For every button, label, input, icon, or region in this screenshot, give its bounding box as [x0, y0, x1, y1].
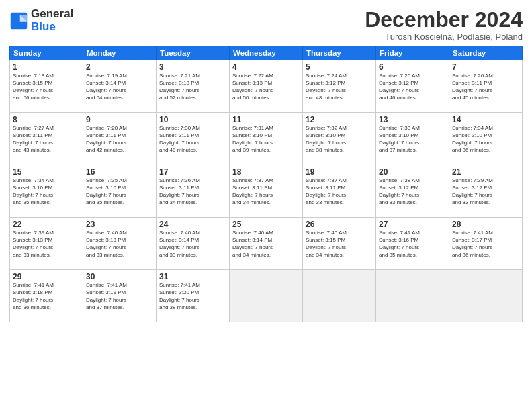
col-sunday: Sunday	[10, 46, 83, 60]
table-cell: 16Sunrise: 7:35 AM Sunset: 3:10 PM Dayli…	[83, 165, 157, 218]
day-number: 4	[232, 62, 300, 72]
col-saturday: Saturday	[449, 46, 523, 60]
day-info: Sunrise: 7:25 AM Sunset: 3:12 PM Dayligh…	[379, 73, 446, 101]
day-info: Sunrise: 7:40 AM Sunset: 3:13 PM Dayligh…	[86, 230, 153, 259]
table-cell	[376, 270, 449, 322]
day-number: 8	[13, 115, 80, 124]
day-info: Sunrise: 7:41 AM Sunset: 3:18 PM Dayligh…	[13, 282, 80, 311]
day-number: 20	[379, 167, 446, 177]
day-info: Sunrise: 7:32 AM Sunset: 3:10 PM Dayligh…	[306, 125, 373, 154]
table-cell: 1Sunrise: 7:18 AM Sunset: 3:15 PM Daylig…	[10, 60, 83, 113]
day-info: Sunrise: 7:21 AM Sunset: 3:13 PM Dayligh…	[159, 73, 226, 101]
week-row-0: 1Sunrise: 7:18 AM Sunset: 3:15 PM Daylig…	[10, 60, 523, 113]
day-number: 31	[159, 272, 226, 281]
day-info: Sunrise: 7:19 AM Sunset: 3:14 PM Dayligh…	[86, 73, 153, 101]
day-info: Sunrise: 7:38 AM Sunset: 3:12 PM Dayligh…	[379, 177, 446, 206]
table-cell: 23Sunrise: 7:40 AM Sunset: 3:13 PM Dayli…	[83, 218, 157, 270]
day-info: Sunrise: 7:18 AM Sunset: 3:15 PM Dayligh…	[13, 73, 80, 101]
title-block: December 2024 Turosn Koscielna, Podlasie…	[365, 8, 523, 42]
day-number: 26	[306, 220, 373, 229]
week-row-2: 15Sunrise: 7:34 AM Sunset: 3:10 PM Dayli…	[10, 165, 523, 218]
week-row-3: 22Sunrise: 7:39 AM Sunset: 3:13 PM Dayli…	[10, 218, 523, 270]
week-row-4: 29Sunrise: 7:41 AM Sunset: 3:18 PM Dayli…	[10, 270, 523, 322]
table-cell: 9Sunrise: 7:28 AM Sunset: 3:11 PM Daylig…	[83, 113, 157, 165]
header-row: Sunday Monday Tuesday Wednesday Thursday…	[10, 46, 523, 60]
col-friday: Friday	[376, 46, 449, 60]
table-cell: 28Sunrise: 7:41 AM Sunset: 3:17 PM Dayli…	[449, 218, 523, 270]
calendar-table: Sunday Monday Tuesday Wednesday Thursday…	[9, 46, 523, 322]
day-info: Sunrise: 7:41 AM Sunset: 3:19 PM Dayligh…	[86, 282, 153, 311]
col-wednesday: Wednesday	[230, 46, 303, 60]
table-cell: 22Sunrise: 7:39 AM Sunset: 3:13 PM Dayli…	[10, 218, 83, 270]
table-cell: 7Sunrise: 7:26 AM Sunset: 3:11 PM Daylig…	[449, 60, 523, 113]
day-info: Sunrise: 7:31 AM Sunset: 3:10 PM Dayligh…	[232, 125, 300, 154]
table-cell: 10Sunrise: 7:30 AM Sunset: 3:11 PM Dayli…	[157, 113, 230, 165]
day-info: Sunrise: 7:27 AM Sunset: 3:11 PM Dayligh…	[13, 125, 80, 154]
table-cell: 31Sunrise: 7:41 AM Sunset: 3:20 PM Dayli…	[157, 270, 230, 322]
table-cell: 11Sunrise: 7:31 AM Sunset: 3:10 PM Dayli…	[230, 113, 303, 165]
table-cell: 20Sunrise: 7:38 AM Sunset: 3:12 PM Dayli…	[376, 165, 449, 218]
day-info: Sunrise: 7:34 AM Sunset: 3:10 PM Dayligh…	[13, 177, 80, 206]
logo-text: General Blue	[31, 8, 73, 33]
day-info: Sunrise: 7:40 AM Sunset: 3:15 PM Dayligh…	[306, 230, 373, 259]
calendar-page: General Blue December 2024 Turosn Koscie…	[0, 0, 532, 411]
day-number: 16	[86, 167, 153, 177]
calendar-title: December 2024	[365, 8, 523, 32]
day-number: 23	[86, 220, 153, 229]
day-number: 12	[306, 115, 373, 124]
table-cell: 24Sunrise: 7:40 AM Sunset: 3:14 PM Dayli…	[157, 218, 230, 270]
col-tuesday: Tuesday	[157, 46, 230, 60]
day-number: 2	[86, 62, 153, 72]
day-number: 13	[379, 115, 446, 124]
day-info: Sunrise: 7:40 AM Sunset: 3:14 PM Dayligh…	[159, 230, 226, 259]
day-info: Sunrise: 7:28 AM Sunset: 3:11 PM Dayligh…	[86, 125, 153, 154]
table-cell: 17Sunrise: 7:36 AM Sunset: 3:11 PM Dayli…	[157, 165, 230, 218]
table-cell: 15Sunrise: 7:34 AM Sunset: 3:10 PM Dayli…	[10, 165, 83, 218]
day-number: 5	[306, 62, 373, 72]
day-info: Sunrise: 7:30 AM Sunset: 3:11 PM Dayligh…	[159, 125, 226, 154]
table-cell: 29Sunrise: 7:41 AM Sunset: 3:18 PM Dayli…	[10, 270, 83, 322]
table-cell: 8Sunrise: 7:27 AM Sunset: 3:11 PM Daylig…	[10, 113, 83, 165]
day-number: 27	[379, 220, 446, 229]
day-number: 25	[232, 220, 300, 229]
logo-icon	[9, 11, 28, 30]
day-info: Sunrise: 7:24 AM Sunset: 3:12 PM Dayligh…	[306, 73, 373, 101]
day-number: 1	[13, 62, 80, 72]
table-cell	[303, 270, 376, 322]
day-number: 3	[159, 62, 226, 72]
table-cell: 25Sunrise: 7:40 AM Sunset: 3:14 PM Dayli…	[230, 218, 303, 270]
table-cell: 3Sunrise: 7:21 AM Sunset: 3:13 PM Daylig…	[157, 60, 230, 113]
day-info: Sunrise: 7:41 AM Sunset: 3:20 PM Dayligh…	[159, 282, 226, 311]
day-info: Sunrise: 7:35 AM Sunset: 3:10 PM Dayligh…	[86, 177, 153, 206]
day-info: Sunrise: 7:33 AM Sunset: 3:10 PM Dayligh…	[379, 125, 446, 154]
day-info: Sunrise: 7:41 AM Sunset: 3:16 PM Dayligh…	[379, 230, 446, 259]
day-info: Sunrise: 7:40 AM Sunset: 3:14 PM Dayligh…	[232, 230, 300, 259]
table-cell: 4Sunrise: 7:22 AM Sunset: 3:13 PM Daylig…	[230, 60, 303, 113]
day-number: 24	[159, 220, 226, 229]
day-info: Sunrise: 7:36 AM Sunset: 3:11 PM Dayligh…	[159, 177, 226, 206]
day-info: Sunrise: 7:41 AM Sunset: 3:17 PM Dayligh…	[452, 230, 519, 259]
table-cell: 26Sunrise: 7:40 AM Sunset: 3:15 PM Dayli…	[303, 218, 376, 270]
day-number: 6	[379, 62, 446, 72]
day-number: 22	[13, 220, 80, 229]
day-number: 10	[159, 115, 226, 124]
calendar-subtitle: Turosn Koscielna, Podlasie, Poland	[365, 32, 523, 42]
day-number: 14	[452, 115, 519, 124]
table-cell: 13Sunrise: 7:33 AM Sunset: 3:10 PM Dayli…	[376, 113, 449, 165]
table-cell	[449, 270, 523, 322]
day-info: Sunrise: 7:39 AM Sunset: 3:12 PM Dayligh…	[452, 177, 519, 206]
day-number: 7	[452, 62, 519, 72]
day-number: 18	[232, 167, 300, 177]
table-cell: 6Sunrise: 7:25 AM Sunset: 3:12 PM Daylig…	[376, 60, 449, 113]
day-number: 15	[13, 167, 80, 177]
table-cell: 27Sunrise: 7:41 AM Sunset: 3:16 PM Dayli…	[376, 218, 449, 270]
table-cell: 5Sunrise: 7:24 AM Sunset: 3:12 PM Daylig…	[303, 60, 376, 113]
header: General Blue December 2024 Turosn Koscie…	[9, 8, 523, 42]
day-number: 19	[306, 167, 373, 177]
col-monday: Monday	[83, 46, 157, 60]
table-cell: 21Sunrise: 7:39 AM Sunset: 3:12 PM Dayli…	[449, 165, 523, 218]
day-info: Sunrise: 7:34 AM Sunset: 3:10 PM Dayligh…	[452, 125, 519, 154]
col-thursday: Thursday	[303, 46, 376, 60]
day-number: 21	[452, 167, 519, 177]
table-cell: 19Sunrise: 7:37 AM Sunset: 3:11 PM Dayli…	[303, 165, 376, 218]
